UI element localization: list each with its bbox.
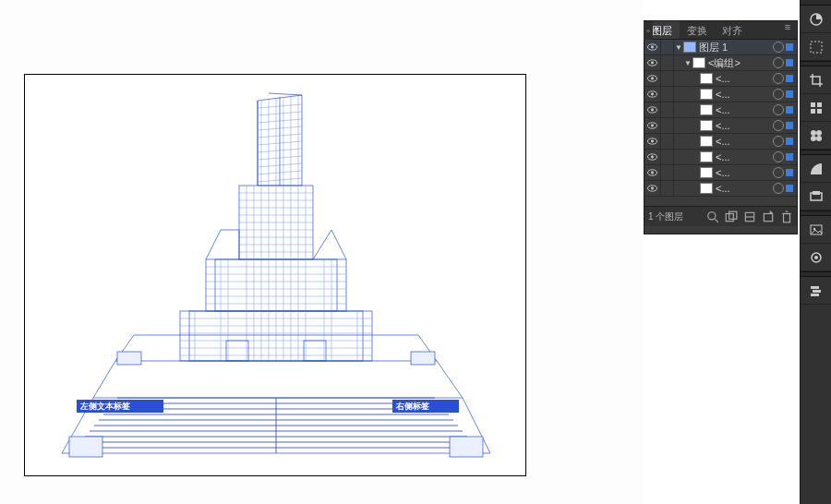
target-icon[interactable]: [773, 73, 784, 84]
layer-name[interactable]: 图层 1: [699, 41, 771, 54]
locate-object-button[interactable]: [706, 210, 719, 223]
layer-row-path[interactable]: <...: [644, 87, 797, 102]
delete-layer-button[interactable]: [780, 210, 793, 223]
rail-swatches-icon[interactable]: [801, 244, 831, 271]
svg-rect-71: [226, 341, 248, 361]
canvas-area[interactable]: 左侧文本标签 右侧标签: [0, 0, 644, 504]
svg-point-109: [811, 130, 816, 136]
disclosure-triangle[interactable]: ▼: [683, 59, 692, 67]
layer-row-path[interactable]: <...: [644, 181, 797, 197]
layer-name[interactable]: <...: [716, 167, 771, 178]
svg-point-88: [651, 156, 654, 159]
disclosure-triangle[interactable]: ▼: [674, 43, 683, 52]
target-icon[interactable]: [773, 57, 784, 68]
visibility-toggle[interactable]: [644, 134, 661, 150]
target-icon[interactable]: [773, 42, 784, 53]
layer-row-top[interactable]: ▼ 图层 1: [644, 40, 797, 55]
artboard[interactable]: 左侧文本标签 右侧标签: [24, 74, 526, 476]
layer-thumbnail: [700, 183, 713, 194]
lock-toggle[interactable]: [661, 71, 674, 87]
lock-toggle[interactable]: [661, 165, 674, 181]
visibility-toggle[interactable]: [644, 40, 661, 55]
lock-toggle[interactable]: [661, 181, 674, 197]
layer-thumbnail: [700, 167, 713, 178]
svg-rect-104: [811, 42, 822, 53]
rail-image-icon[interactable]: [801, 216, 831, 244]
rail-selection-icon[interactable]: [801, 33, 831, 61]
svg-rect-105: [811, 102, 815, 107]
lock-toggle[interactable]: [661, 118, 674, 134]
panel-footer: 1 个图层: [644, 206, 797, 226]
svg-point-84: [651, 125, 654, 127]
target-icon[interactable]: [773, 136, 784, 147]
target-icon[interactable]: [773, 167, 784, 178]
layer-row-path[interactable]: <...: [644, 165, 797, 181]
svg-rect-99: [764, 213, 772, 221]
layer-name[interactable]: <...: [716, 73, 771, 84]
new-sublayer-button[interactable]: [743, 210, 756, 223]
new-layer-button[interactable]: [762, 210, 775, 223]
layer-name[interactable]: <...: [716, 89, 771, 100]
layer-row-path[interactable]: <...: [644, 150, 797, 165]
rail-color-icon[interactable]: [801, 6, 831, 33]
panel-menu-button[interactable]: ≡: [778, 21, 797, 39]
visibility-toggle[interactable]: [644, 87, 661, 102]
layer-name[interactable]: <...: [716, 104, 771, 115]
lock-toggle[interactable]: [661, 134, 674, 150]
layer-thumbnail: [692, 57, 705, 68]
rail-layers-icon[interactable]: [801, 277, 831, 305]
lock-toggle[interactable]: [661, 102, 674, 118]
svg-rect-121: [811, 294, 819, 296]
rail-symbols-icon[interactable]: [801, 122, 831, 150]
lock-toggle[interactable]: [661, 87, 674, 102]
layer-row-path[interactable]: <...: [644, 71, 797, 87]
layer-name[interactable]: <...: [716, 183, 771, 194]
target-icon[interactable]: [773, 89, 784, 100]
visibility-toggle[interactable]: [644, 165, 661, 181]
target-icon[interactable]: [773, 120, 784, 131]
svg-line-94: [715, 219, 718, 222]
svg-rect-114: [813, 191, 820, 195]
selection-color-icon: [786, 43, 793, 51]
lock-toggle[interactable]: [661, 55, 674, 71]
visibility-toggle[interactable]: [644, 71, 661, 87]
svg-point-112: [816, 136, 822, 141]
selection-color-icon: [786, 122, 793, 129]
svg-rect-72: [304, 341, 326, 361]
target-icon[interactable]: [773, 104, 784, 115]
svg-point-86: [651, 140, 654, 143]
visibility-toggle[interactable]: [644, 55, 661, 71]
rail-crop-icon[interactable]: [801, 66, 831, 94]
layer-name[interactable]: <编组>: [708, 56, 771, 70]
visibility-toggle[interactable]: [644, 181, 661, 197]
svg-point-110: [816, 130, 822, 136]
tab-align[interactable]: 对齐: [715, 21, 750, 39]
rail-rect-icon[interactable]: [801, 183, 831, 210]
lock-toggle[interactable]: [661, 40, 674, 55]
rail-gradient-icon[interactable]: [801, 155, 831, 183]
target-icon[interactable]: [773, 151, 784, 162]
make-clipping-mask-button[interactable]: [725, 210, 738, 223]
layer-row-path[interactable]: <...: [644, 134, 797, 150]
layer-name[interactable]: <...: [716, 151, 771, 162]
layer-name[interactable]: <...: [716, 136, 771, 147]
panel-tabs: 图层 变换 对齐 ≡: [644, 21, 797, 40]
layer-list[interactable]: ▼ 图层 1 ▼ <编组> <... <... <... <... <... <…: [644, 40, 797, 206]
lock-toggle[interactable]: [661, 150, 674, 165]
layer-row-path[interactable]: <...: [644, 102, 797, 118]
svg-rect-120: [813, 290, 821, 293]
layer-row-path[interactable]: <...: [644, 118, 797, 134]
layer-name[interactable]: <...: [716, 120, 771, 131]
panel-collapse-arrows[interactable]: »: [644, 21, 653, 40]
layer-thumbnail: [700, 104, 713, 115]
visibility-toggle[interactable]: [644, 118, 661, 134]
layer-row-group[interactable]: ▼ <编组>: [644, 55, 797, 71]
selection-color-icon: [786, 185, 793, 192]
visibility-toggle[interactable]: [644, 102, 661, 118]
selection-color-icon: [786, 90, 793, 98]
visibility-toggle[interactable]: [644, 150, 661, 165]
tab-transform[interactable]: 变换: [680, 21, 715, 39]
rail-grid-icon[interactable]: [801, 94, 831, 122]
target-icon[interactable]: [773, 183, 784, 194]
svg-point-90: [651, 172, 654, 174]
